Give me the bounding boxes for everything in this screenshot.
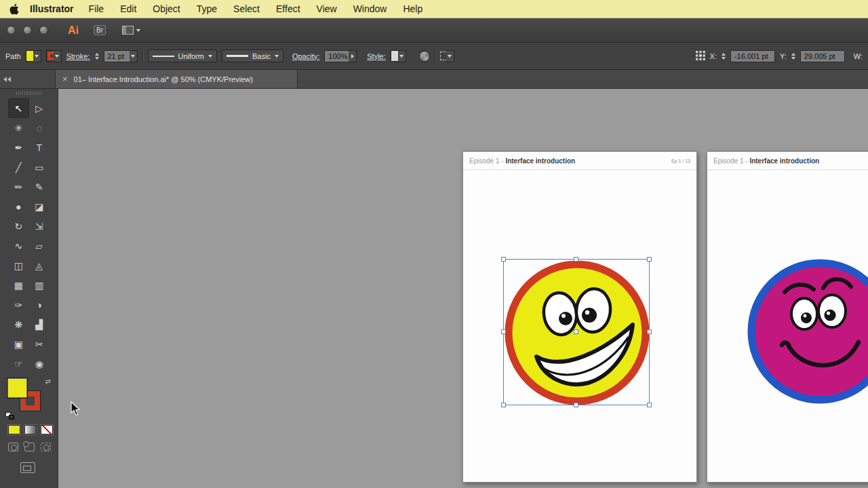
rectangle-tool[interactable]: ▭ [29, 157, 50, 177]
recolor-artwork-icon[interactable] [419, 51, 430, 62]
selection-handle-e[interactable] [647, 329, 652, 334]
window-minimize-button[interactable] [23, 26, 32, 35]
artboard-1-header-prefix: Episode 1 - [469, 157, 505, 165]
shape-builder-tool[interactable]: ◫ [8, 256, 29, 275]
hand-tool[interactable]: ☞ [8, 354, 29, 373]
rotate-tool[interactable]: ↻ [8, 216, 29, 236]
document-tab[interactable]: × 01– Interface Introduction.ai* @ 50% (… [55, 70, 298, 88]
reference-point-icon[interactable] [696, 51, 705, 62]
paintbrush-tool[interactable]: ✏ [8, 177, 29, 197]
stroke-panel-link[interactable]: Stroke: [66, 52, 90, 60]
zoom-tool[interactable]: ◉ [29, 354, 50, 373]
stroke-weight-dropdown-arrow-icon[interactable] [130, 50, 138, 62]
panel-grip[interactable] [16, 92, 42, 95]
artboard-1-header-title: Interface introduction [505, 157, 575, 165]
selection-handle-sw[interactable] [501, 403, 506, 407]
y-field[interactable]: 29.005 pt [800, 50, 845, 62]
menu-item-effect[interactable]: Effect [268, 3, 309, 14]
lasso-tool[interactable]: ◌ [29, 118, 50, 138]
menu-item-view[interactable]: View [309, 3, 345, 14]
line-segment-tool[interactable]: ╱ [8, 157, 29, 177]
fill-dropdown-arrow-icon[interactable] [33, 50, 41, 62]
column-graph-tool[interactable]: ▟ [29, 314, 50, 334]
width-profile-dropdown[interactable]: Uniform [148, 49, 218, 62]
menu-app-name[interactable]: Illustrator [30, 3, 74, 14]
none-button[interactable] [41, 425, 53, 434]
bridge-button[interactable]: Br [94, 25, 106, 35]
draw-normal-icon[interactable] [8, 443, 18, 451]
mesh-tool[interactable]: ▦ [8, 275, 29, 295]
selection-handle-se[interactable] [647, 403, 652, 407]
workspace-dropdown-arrow-icon[interactable] [136, 29, 140, 32]
width-profile-value: Uniform [178, 52, 205, 60]
type-tool[interactable]: T [29, 138, 50, 157]
free-transform-tool[interactable]: ▱ [29, 236, 50, 256]
opacity-panel-link[interactable]: Opacity: [292, 52, 319, 60]
select-similar-button[interactable] [440, 50, 454, 62]
perspective-grid-tool[interactable]: ◬ [29, 256, 50, 275]
selection-handle-n[interactable] [574, 257, 578, 262]
window-zoom-button[interactable] [39, 26, 48, 35]
menu-item-select[interactable]: Select [225, 3, 268, 14]
stroke-weight-stepper[interactable] [95, 53, 99, 60]
eyedropper-tool[interactable]: ✑ [8, 295, 29, 314]
mouse-cursor [71, 401, 81, 416]
selection-handle-ne[interactable] [647, 257, 652, 262]
divider [435, 48, 435, 64]
blend-tool[interactable]: ◑ [29, 295, 50, 314]
artboard-2-header: Episode 1 - Interface introduction [707, 152, 868, 170]
artboard-tool[interactable]: ▣ [8, 334, 29, 354]
brush-definition-dropdown[interactable]: Basic [222, 49, 283, 62]
window-close-button[interactable] [7, 26, 16, 35]
selection-handle-nw[interactable] [501, 257, 506, 262]
stroke-dropdown-arrow-icon[interactable] [54, 50, 62, 62]
y-stepper[interactable] [791, 53, 795, 60]
width-tool[interactable]: ∿ [8, 236, 29, 256]
style-panel-link[interactable]: Style: [367, 52, 386, 60]
pen-tool[interactable]: ✒ [8, 138, 29, 157]
swap-fill-stroke-icon[interactable]: ⇄ [45, 378, 51, 385]
magic-wand-tool[interactable]: ✳ [8, 118, 29, 138]
tab-close-icon[interactable]: × [62, 74, 68, 84]
artboard-2[interactable]: Episode 1 - Interface introduction [707, 151, 868, 483]
menu-item-file[interactable]: File [81, 3, 113, 14]
width-profile-line-icon [153, 56, 174, 57]
right-pupil [824, 309, 835, 321]
divider [142, 48, 143, 64]
selection-handle-s[interactable] [574, 403, 578, 407]
x-stepper[interactable] [722, 53, 726, 60]
workspace-switcher-icon[interactable] [122, 26, 134, 35]
artboard-2-header-title: Interface introduction [749, 157, 819, 165]
menu-item-object[interactable]: Object [144, 3, 188, 14]
selection-tool[interactable]: ↖ [8, 98, 29, 118]
gradient-tool[interactable]: ▥ [29, 275, 50, 295]
menu-item-edit[interactable]: Edit [112, 3, 144, 14]
opacity-flyout-arrow-icon[interactable] [349, 50, 357, 62]
direct-selection-tool[interactable]: ▷ [29, 98, 50, 118]
selection-center-point[interactable] [574, 329, 578, 334]
scale-tool[interactable]: ⇲ [29, 216, 50, 236]
draw-inside-icon[interactable] [41, 443, 51, 451]
eraser-tool[interactable]: ◪ [29, 197, 50, 216]
slice-tool[interactable]: ✂ [29, 334, 50, 354]
apple-icon[interactable] [9, 3, 19, 15]
blob-brush-tool[interactable]: ● [8, 197, 29, 216]
pencil-tool[interactable]: ✎ [29, 177, 50, 197]
smiley-artwork-pink[interactable] [744, 256, 868, 407]
collapse-panel-icon[interactable] [0, 70, 14, 88]
canvas[interactable]: Episode 1 - Interface introduction Ep 1 … [58, 89, 868, 488]
symbol-sprayer-tool[interactable]: ❋ [8, 314, 29, 334]
menu-item-type[interactable]: Type [189, 3, 225, 14]
default-fill-stroke-icon[interactable] [5, 412, 14, 420]
x-field[interactable]: -16.001 pt [730, 50, 775, 62]
menu-item-window[interactable]: Window [345, 3, 395, 14]
color-button[interactable] [8, 425, 20, 434]
selection-bounding-box[interactable] [503, 259, 650, 405]
gradient-button[interactable] [24, 425, 37, 434]
draw-behind-icon[interactable] [24, 443, 35, 451]
style-dropdown-arrow-icon[interactable] [398, 50, 406, 62]
fill-indicator-swatch[interactable] [7, 378, 28, 399]
screen-mode-icon[interactable] [20, 462, 35, 473]
menu-item-help[interactable]: Help [395, 3, 431, 14]
selection-handle-w[interactable] [501, 329, 506, 334]
